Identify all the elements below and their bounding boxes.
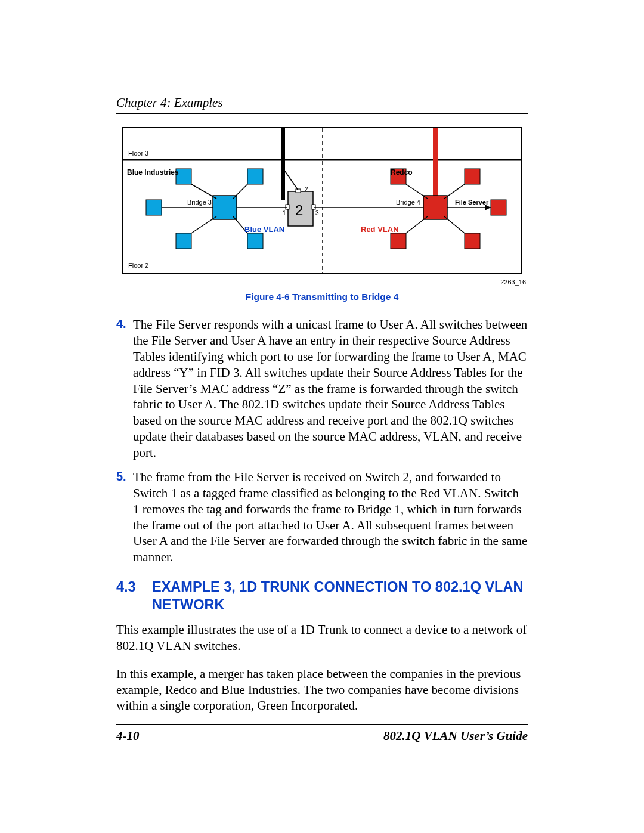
svg-rect-7 [247, 169, 263, 184]
guide-title: 802.1Q VLAN User’s Guide [383, 729, 528, 744]
port-3: 3 [315, 210, 319, 216]
section-heading: 4.3 EXAMPLE 3, 1D TRUNK CONNECTION TO 80… [116, 578, 528, 614]
paragraph: This example illustrates the use of a 1D… [116, 622, 528, 654]
figure-diagram: Floor 3 Floor 2 2 [122, 127, 528, 286]
page-number: 4-10 [116, 729, 140, 744]
svg-rect-28 [465, 233, 480, 249]
header-rule [116, 113, 528, 114]
svg-rect-25 [465, 169, 480, 184]
port-1: 1 [283, 210, 286, 216]
svg-rect-10 [247, 233, 263, 249]
svg-rect-5 [213, 196, 237, 219]
port-2: 2 [305, 186, 308, 193]
footer-rule [116, 724, 528, 725]
floor3-label: Floor 3 [128, 150, 148, 157]
svg-rect-8 [146, 200, 162, 215]
redco-label: Redco [391, 168, 413, 176]
ordered-list: 4. The File Server responds with a unica… [116, 317, 528, 565]
svg-line-12 [233, 184, 247, 199]
svg-line-33 [444, 216, 465, 233]
figure-id: 2263_16 [122, 278, 526, 286]
svg-rect-23 [423, 196, 447, 219]
list-text: The frame from the File Server is receiv… [133, 469, 528, 565]
svg-rect-9 [176, 233, 191, 249]
bridge3-label: Bridge 3 [187, 199, 212, 206]
page-footer: 4-10 802.1Q VLAN User’s Guide [116, 724, 528, 744]
svg-line-32 [406, 216, 428, 233]
section-number: 4.3 [116, 578, 152, 614]
svg-rect-18 [286, 205, 289, 209]
figure-caption: Figure 4-6 Transmitting to Bridge 4 [116, 292, 528, 302]
svg-line-14 [191, 216, 216, 233]
page: Chapter 4: Examples Floor 3 Floor 2 [0, 0, 644, 833]
svg-rect-19 [312, 205, 315, 209]
bridge4-label: Bridge 4 [396, 199, 420, 206]
file-server-label: File Server [455, 199, 489, 206]
network-diagram-svg: Floor 3 Floor 2 2 [122, 127, 522, 274]
section-title: EXAMPLE 3, 1D TRUNK CONNECTION TO 802.1Q… [152, 578, 528, 614]
svg-line-11 [191, 184, 216, 199]
svg-rect-27 [391, 233, 406, 249]
list-item: 5. The frame from the File Server is rec… [116, 469, 528, 565]
svg-rect-26 [491, 200, 506, 215]
svg-line-30 [444, 184, 465, 199]
page-header: Chapter 4: Examples [116, 95, 528, 110]
list-item: 4. The File Server responds with a unica… [116, 317, 528, 461]
red-vlan-label: Red VLAN [361, 225, 399, 234]
svg-line-29 [406, 184, 428, 199]
blue-industries-label: Blue Industries [127, 168, 179, 176]
blue-vlan-label: Blue VLAN [244, 225, 284, 234]
floor2-label: Floor 2 [128, 262, 148, 269]
svg-line-21 [283, 169, 298, 190]
list-number: 4. [116, 317, 133, 461]
list-text: The File Server responds with a unicast … [133, 317, 528, 461]
switch-2-label: 2 [295, 202, 303, 218]
list-number: 5. [116, 469, 133, 565]
paragraph: In this example, a merger has taken plac… [116, 666, 528, 714]
